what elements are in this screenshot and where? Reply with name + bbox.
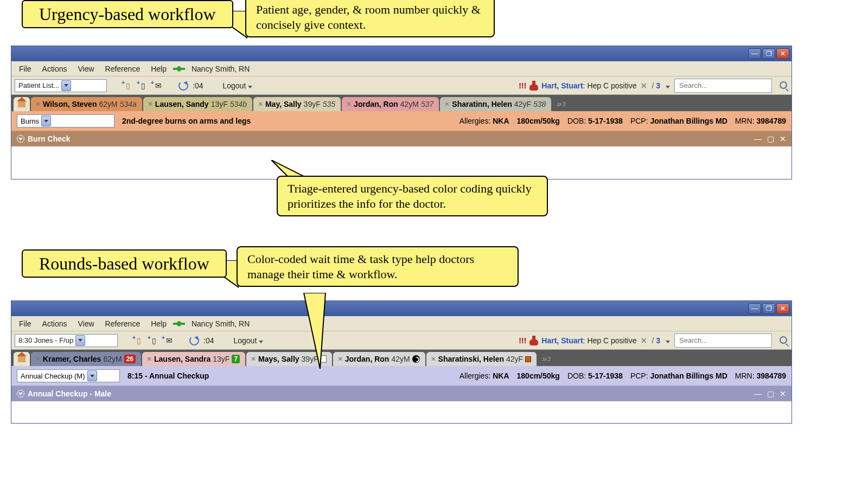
menu-actions[interactable]: Actions: [38, 318, 72, 330]
maximize-button[interactable]: ❐: [762, 303, 775, 314]
tab-close-icon[interactable]: ✕: [444, 100, 450, 108]
minimize-button[interactable]: —: [748, 48, 761, 59]
menu-actions[interactable]: Actions: [38, 63, 72, 75]
dob-value: 5-17-1938: [588, 117, 623, 125]
category-value: Burns: [21, 117, 39, 125]
new-message-icon[interactable]: +✉: [162, 335, 173, 346]
minimize-button[interactable]: —: [748, 303, 761, 314]
section-close-icon[interactable]: ✕: [780, 389, 786, 398]
tab-room: 537: [421, 100, 433, 108]
new-rx-icon[interactable]: +▯: [132, 335, 143, 346]
tab-jordan2[interactable]: ✕ Jordan, Ron 42yM: [333, 352, 425, 366]
bottom-patient-header: Annual Checkup (M) 8:15 - Annual Checkup…: [11, 366, 792, 386]
section-title: Annual Checkup - Male: [28, 389, 111, 398]
callout-title-rounds: Rounds-based workflow: [22, 249, 227, 278]
menu-file[interactable]: File: [15, 318, 36, 330]
new-message-icon[interactable]: +✉: [151, 80, 162, 91]
menu-help[interactable]: Help: [146, 63, 171, 75]
section-max-icon[interactable]: ▢: [767, 134, 774, 143]
tab-name: Sharatinski, Helen: [438, 355, 504, 363]
alert-count: 3: [656, 336, 660, 345]
new-rx-icon[interactable]: +▯: [121, 80, 132, 91]
search-icon[interactable]: [780, 336, 788, 345]
tab-close-icon[interactable]: ✕: [148, 100, 153, 108]
search-icon[interactable]: [780, 81, 788, 90]
close-button[interactable]: ✕: [776, 48, 789, 59]
callout-wait-time: Color-coded wait time & task type help d…: [237, 246, 519, 287]
section-title: Burn Check: [28, 134, 71, 143]
refresh-icon[interactable]: [189, 336, 199, 345]
tab-overflow[interactable]: 3: [538, 352, 555, 366]
home-tab[interactable]: [14, 97, 30, 111]
section-max-icon[interactable]: ▢: [767, 389, 774, 398]
menu-view[interactable]: View: [73, 63, 98, 75]
home-tab[interactable]: [14, 352, 30, 366]
logout-button[interactable]: Logout: [230, 335, 266, 347]
alert-dropdown-icon[interactable]: [663, 81, 670, 90]
titlebar: — ❐ ✕: [11, 301, 792, 316]
allergies-label: Allergies:: [459, 117, 491, 125]
tab-kramer[interactable]: ✕ Kramer, Charles 62yM 26: [31, 352, 141, 366]
section-min-icon[interactable]: —: [754, 389, 762, 398]
tab-jordan[interactable]: ✕ Jordan, Ron 42yM 537: [342, 97, 439, 111]
tab-close-icon[interactable]: ✕: [258, 100, 263, 108]
tab-close-icon[interactable]: ✕: [431, 355, 436, 363]
menu-reference[interactable]: Reference: [101, 63, 145, 75]
alert-dropdown-icon[interactable]: [663, 336, 670, 345]
search-box[interactable]: [674, 334, 772, 348]
patient-list-picker[interactable]: Patient List...: [15, 79, 107, 92]
section-close-icon[interactable]: ✕: [780, 134, 786, 143]
menu-file[interactable]: File: [15, 63, 36, 75]
search-input[interactable]: [679, 81, 755, 89]
section-min-icon[interactable]: —: [754, 134, 762, 143]
category-picker[interactable]: Burns: [17, 114, 114, 127]
collapse-icon[interactable]: [17, 390, 24, 398]
tab-close-icon[interactable]: ✕: [346, 100, 352, 108]
search-box[interactable]: [674, 79, 772, 93]
logout-button[interactable]: Logout: [219, 80, 256, 92]
schedule-picker[interactable]: 8:30 Jones - F/up: [15, 334, 118, 347]
tab-overflow[interactable]: 3: [552, 97, 570, 111]
picker-arrow-icon[interactable]: [87, 370, 97, 381]
tab-close-icon[interactable]: ✕: [146, 355, 152, 363]
tab-meta: 62yM: [103, 355, 122, 363]
tab-sharatinski[interactable]: ✕ Sharatinski, Helen 42yF: [426, 352, 537, 366]
tab-close-icon[interactable]: ✕: [337, 355, 343, 363]
tab-name: Wilson, Steven: [43, 100, 97, 108]
tab-lausen[interactable]: ✕ Lausen, Sandy 13yF 534b: [143, 97, 252, 111]
refresh-time: :04: [203, 336, 214, 345]
tab-close-icon[interactable]: ✕: [35, 100, 41, 108]
tab-close-icon[interactable]: ✕: [35, 355, 41, 363]
picker-arrow-icon[interactable]: [41, 116, 51, 126]
collapse-icon[interactable]: [17, 135, 24, 143]
pcp-value: Jonathan Billings MD: [650, 117, 727, 125]
search-input[interactable]: [679, 336, 755, 344]
category-picker[interactable]: Annual Checkup (M): [17, 369, 120, 382]
lab-flask-icon: [529, 81, 538, 91]
close-button[interactable]: ✕: [776, 303, 789, 314]
picker-arrow-icon[interactable]: [75, 335, 85, 346]
tab-overflow-count: 3: [562, 101, 565, 107]
menu-help[interactable]: Help: [146, 318, 171, 330]
menu-view[interactable]: View: [73, 318, 98, 330]
top-section-bar[interactable]: Burn Check — ▢ ✕: [11, 131, 792, 146]
new-note-icon[interactable]: +▯: [136, 80, 147, 91]
patient-info-strip: Allergies: NKA 180cm/50kg DOB: 5-17-1938…: [459, 117, 786, 125]
menu-reference[interactable]: Reference: [101, 318, 145, 330]
tab-wilson[interactable]: ✕ Wilson, Steven 62yM 534a: [31, 97, 142, 111]
new-note-icon[interactable]: +▯: [147, 335, 158, 346]
alert-dismiss-icon[interactable]: ✕: [640, 336, 648, 345]
refresh-icon[interactable]: [178, 81, 188, 91]
alert-strip[interactable]: !!! Hart, Stuart: Hep C positive ✕ / 3: [519, 81, 670, 91]
tab-may[interactable]: ✕ May, Sally 39yF 535: [253, 97, 341, 111]
tab-lausen2[interactable]: ✕ Lausen, Sandra 13yF 7: [142, 352, 245, 366]
tab-close-icon[interactable]: ✕: [251, 355, 256, 363]
picker-arrow-icon[interactable]: [61, 80, 71, 91]
menubar: File Actions View Reference Help Nancy S…: [11, 316, 792, 331]
alert-strip[interactable]: !!! Hart, Stuart: Hep C positive ✕ / 3: [519, 336, 670, 345]
tab-sharatinn[interactable]: ✕ Sharatinn, Helen 42yF 538: [440, 97, 551, 111]
alert-dismiss-icon[interactable]: ✕: [640, 81, 648, 90]
bottom-section-bar[interactable]: Annual Checkup - Male — ▢ ✕: [11, 386, 792, 401]
tab-meta: 42yF: [506, 355, 523, 363]
maximize-button[interactable]: ❐: [762, 48, 775, 59]
